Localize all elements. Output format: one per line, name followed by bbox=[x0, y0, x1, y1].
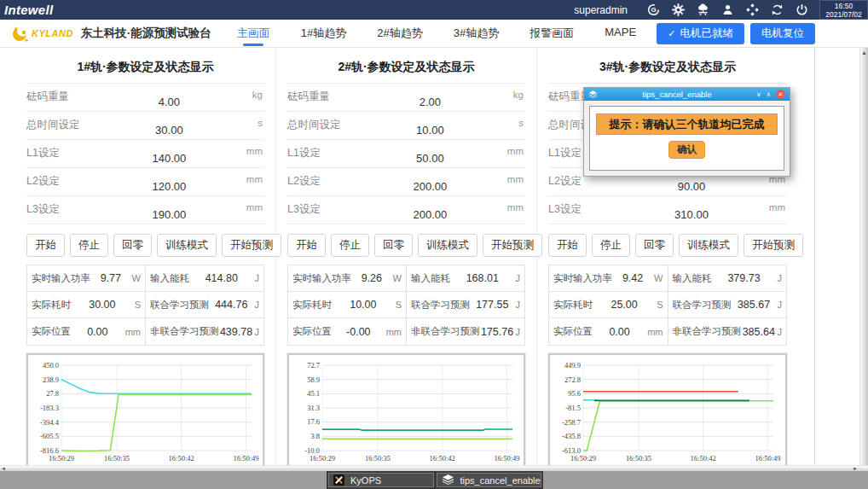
current-user-label: superadmin bbox=[574, 4, 628, 16]
status-cell-power: 实时输入功率 9.26 W bbox=[288, 265, 407, 291]
kyops-icon bbox=[333, 474, 344, 486]
train-mode-button[interactable]: 训练模式 bbox=[418, 234, 477, 257]
field-value-input[interactable]: 310.00 bbox=[644, 208, 739, 221]
field-unit: mm bbox=[507, 202, 524, 212]
control-buttons: 开始 停止 回零 训练模式 开始预测 bbox=[548, 234, 787, 257]
status-value: 25.00 bbox=[593, 299, 656, 311]
start-predict-button[interactable]: 开始预测 bbox=[222, 234, 281, 257]
field-label: L1设定 bbox=[548, 146, 582, 160]
status-unit: J bbox=[516, 273, 521, 283]
field-label: 总时间设定 bbox=[26, 118, 80, 132]
train-mode-button[interactable]: 训练模式 bbox=[679, 234, 738, 257]
status-value: 9.77 bbox=[90, 272, 131, 284]
dialog-titlebar[interactable]: tips_cancel_enable ∨ ∧ ✕ bbox=[584, 88, 790, 101]
svg-text:45.1: 45.1 bbox=[307, 389, 320, 398]
user-icon[interactable] bbox=[720, 3, 735, 17]
field-value-input[interactable]: 200.00 bbox=[383, 208, 478, 221]
maximize-icon[interactable]: ∧ bbox=[767, 91, 772, 98]
svg-text:449.9: 449.9 bbox=[564, 361, 581, 370]
horizontal-scrollbar[interactable]: ◄ ► bbox=[0, 465, 868, 471]
status-label: 实际耗时 bbox=[553, 299, 593, 311]
status-unit: J bbox=[255, 300, 260, 310]
return-zero-button[interactable]: 回零 bbox=[635, 234, 674, 257]
close-icon[interactable]: ✕ bbox=[776, 90, 785, 99]
status-unit: J bbox=[778, 300, 783, 310]
tab-alarm-screen[interactable]: 报警画面 bbox=[528, 21, 576, 45]
minimize-icon[interactable]: ∨ bbox=[756, 91, 761, 98]
scroll-up-icon[interactable]: ▲ bbox=[860, 49, 868, 55]
field-value-input[interactable]: 2.00 bbox=[383, 96, 478, 108]
cloud-network-icon[interactable] bbox=[696, 3, 710, 17]
tab-axis3-trend[interactable]: 3#轴趋势 bbox=[452, 21, 501, 45]
field-unit: s bbox=[258, 118, 263, 128]
panel-title: 1#轨·参数设定及状态显示 bbox=[26, 60, 264, 75]
tab-main-screen[interactable]: 主画面 bbox=[235, 21, 272, 45]
svg-text:-613.0: -613.0 bbox=[562, 446, 581, 455]
dialog-message: 提示：请确认三个轨道均已完成 bbox=[596, 114, 778, 135]
layer-stack-icon bbox=[442, 474, 454, 486]
field-label: L2设定 bbox=[287, 174, 321, 189]
field-row-l1: L1设定 140.00 mm bbox=[26, 140, 264, 168]
svg-text:-81.5: -81.5 bbox=[565, 404, 581, 412]
start-button[interactable]: 开始 bbox=[548, 234, 587, 257]
field-value-input[interactable]: 90.00 bbox=[644, 180, 739, 193]
tab-mape[interactable]: MAPE bbox=[603, 21, 638, 45]
field-label: 总时间设定 bbox=[287, 118, 341, 132]
field-value-input[interactable]: 200.00 bbox=[383, 180, 478, 193]
power-icon[interactable] bbox=[795, 3, 809, 17]
panel-rail-1: 1#轨·参数设定及状态显示 砝码重量 4.00 kg 总时间设定 30.00 s… bbox=[15, 48, 276, 465]
stop-button[interactable]: 停止 bbox=[331, 234, 369, 257]
status-cell-elapsed: 实际耗时 25.00 S bbox=[549, 292, 668, 317]
field-value-input[interactable]: 30.00 bbox=[122, 124, 217, 137]
g-badge-icon[interactable]: G bbox=[646, 3, 661, 17]
start-predict-button[interactable]: 开始预测 bbox=[483, 234, 542, 257]
taskbar-item-kyops[interactable]: KyOPS bbox=[328, 473, 434, 487]
field-row-l3: L3设定 310.00 mm bbox=[548, 196, 787, 224]
start-predict-button[interactable]: 开始预测 bbox=[744, 234, 803, 257]
field-value-input[interactable]: 140.00 bbox=[122, 152, 217, 165]
dialog-body: 提示：请确认三个轨道均已完成 确认 bbox=[584, 101, 790, 176]
field-value-input[interactable]: 50.00 bbox=[383, 152, 478, 165]
apps-icon[interactable] bbox=[745, 3, 760, 17]
status-value: -0.00 bbox=[332, 326, 385, 338]
field-value-input[interactable]: 4.00 bbox=[122, 96, 217, 108]
status-row: 实时输入功率 9.26 W 输入能耗 168.01 J bbox=[288, 265, 524, 292]
motor-reset-button[interactable]: 电机复位 bbox=[750, 23, 815, 44]
vertical-scrollbar[interactable]: ▲ bbox=[859, 48, 868, 465]
stop-button[interactable]: 停止 bbox=[592, 234, 630, 257]
taskbar-item-tips-cancel-enable[interactable]: tips_cancel_enable bbox=[437, 473, 542, 487]
stop-button[interactable]: 停止 bbox=[70, 234, 108, 257]
status-unit: W bbox=[132, 273, 141, 283]
status-label: 实时输入功率 bbox=[32, 272, 90, 285]
start-button[interactable]: 开始 bbox=[287, 234, 326, 257]
return-zero-button[interactable]: 回零 bbox=[374, 234, 413, 257]
status-cell-position: 实际位置 0.00 mm bbox=[549, 318, 668, 345]
field-value-input[interactable]: 190.00 bbox=[122, 208, 217, 221]
motor-ready-label: 电机已就绪 bbox=[680, 26, 734, 41]
sync-icon[interactable] bbox=[770, 3, 784, 17]
intewell-logo: Intewell bbox=[0, 3, 53, 17]
kyland-logo-text: KYLAND bbox=[32, 28, 73, 38]
status-cell-elapsed: 实际耗时 10.00 S bbox=[288, 292, 407, 317]
field-value-input[interactable]: 120.00 bbox=[122, 180, 217, 193]
motor-ready-button[interactable]: ✓ 电机已就绪 bbox=[657, 23, 744, 44]
gear-icon[interactable] bbox=[671, 3, 686, 17]
svg-text:16:50:29: 16:50:29 bbox=[49, 454, 74, 463]
svg-text:58.9: 58.9 bbox=[307, 375, 320, 384]
tab-axis2-trend[interactable]: 2#轴趋势 bbox=[375, 21, 424, 45]
app-title: 东土科技·能源预测试验台 bbox=[81, 26, 211, 41]
confirm-button[interactable]: 确认 bbox=[668, 141, 705, 159]
field-row-total-time: 总时间设定 10.00 s bbox=[287, 112, 525, 140]
status-cell-nonfederated-predict: 非联合学习预测 439.78 J bbox=[146, 318, 263, 345]
train-mode-button[interactable]: 训练模式 bbox=[157, 234, 217, 257]
status-unit: mm bbox=[386, 327, 402, 337]
tab-axis1-trend[interactable]: 1#轴趋势 bbox=[299, 21, 348, 45]
panel-rail-2: 2#轨·参数设定及状态显示 砝码重量 2.00 kg 总时间设定 10.00 s… bbox=[276, 48, 537, 465]
status-table: 实时输入功率 9.77 W 输入能耗 414.80 J 实际耗时 30.00 S… bbox=[26, 265, 264, 346]
field-row-weight: 砝码重量 2.00 kg bbox=[287, 84, 525, 112]
app-navbar: KYLAND 东土科技·能源预测试验台 主画面 1#轴趋势 2#轴趋势 3#轴趋… bbox=[0, 20, 868, 48]
field-value-input[interactable]: 10.00 bbox=[383, 124, 478, 137]
start-button[interactable]: 开始 bbox=[26, 234, 65, 257]
return-zero-button[interactable]: 回零 bbox=[113, 234, 152, 257]
svg-text:G: G bbox=[651, 6, 656, 14]
